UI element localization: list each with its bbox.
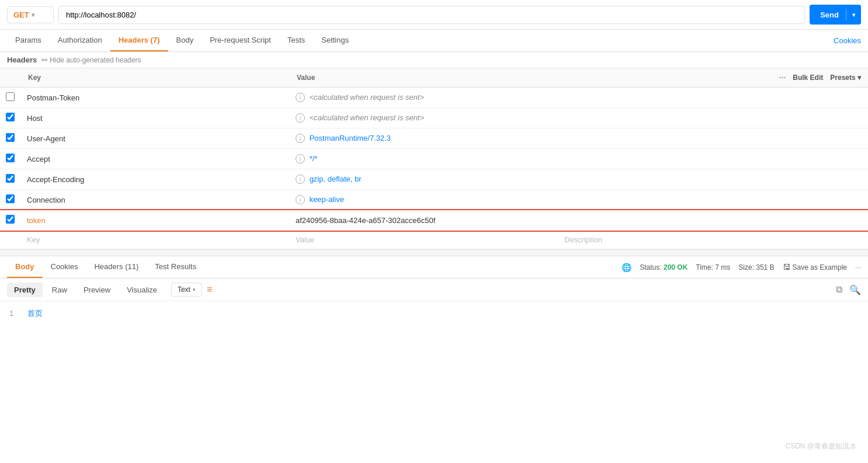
row-checkbox[interactable] (6, 154, 15, 162)
th-key: Key (21, 68, 290, 88)
resp-tab-body[interactable]: Body (7, 256, 43, 278)
row-checkbox[interactable] (6, 92, 15, 101)
row-checkbox[interactable] (6, 133, 15, 142)
table-row: Accept-Encoding i gzip, deflate, br (0, 169, 868, 190)
headers-section-label: Headers (7, 55, 37, 64)
save-icon: 🖫 (783, 263, 790, 271)
method-label: GET (13, 11, 29, 19)
row-value: */* (310, 154, 318, 163)
save-example-label: Save as Example (793, 263, 847, 271)
row-value: keep-alive (310, 195, 344, 204)
tab-pre-request[interactable]: Pre-request Script (202, 30, 279, 51)
fmt-tab-visualize[interactable]: Visualize (120, 283, 164, 297)
row-description (558, 108, 868, 128)
info-icon[interactable]: i (296, 175, 305, 184)
row-value: <calculated when request is sent> (310, 113, 425, 122)
resp-tab-test-results[interactable]: Test Results (147, 256, 204, 278)
link-icon: ⚯ (41, 56, 47, 64)
resp-tab-headers[interactable]: Headers (11) (86, 256, 147, 278)
more-options-icon[interactable]: ··· (855, 263, 861, 271)
format-bar: Pretty Raw Preview Visualize Text ▾ ≡ ⧉ … (0, 279, 868, 301)
method-chevron-icon: ▾ (32, 12, 34, 18)
row-checkbox[interactable] (6, 215, 15, 224)
info-icon[interactable]: i (296, 195, 305, 204)
info-icon[interactable]: i (296, 134, 305, 143)
row-key: Connection (27, 196, 65, 204)
token-row: token af240956-8baa-424e-a657-302acce6c5… (0, 210, 868, 231)
format-select[interactable]: Text ▾ (171, 283, 202, 297)
send-button[interactable]: Send ▾ (810, 5, 861, 25)
empty-value: Value (296, 235, 314, 244)
table-row: Postman-Token i <calculated when request… (0, 88, 868, 108)
send-chevron-icon[interactable]: ▾ (846, 12, 861, 18)
request-tabs: Params Authorization Headers (7) Body Pr… (0, 30, 868, 52)
hide-auto-headers-button[interactable]: ⚯ Hide auto-generated headers (41, 56, 141, 64)
table-row: Connection i keep-alive (0, 190, 868, 210)
format-chevron-icon: ▾ (193, 287, 196, 293)
table-row: Accept i */* (0, 149, 868, 169)
row-description (558, 149, 868, 169)
url-input[interactable] (58, 6, 805, 24)
empty-description: Description (564, 235, 602, 244)
row-key: User-Agent (27, 134, 65, 143)
row-description (558, 88, 868, 108)
row-description (558, 128, 868, 149)
headers-sub-row: Headers ⚯ Hide auto-generated headers (0, 52, 868, 68)
row-key: Postman-Token (27, 93, 79, 102)
headers-table: Key Value ··· Bulk Edit Presets ▾ Postma… (0, 68, 868, 249)
search-icon[interactable]: 🔍 (849, 284, 861, 295)
tab-headers[interactable]: Headers (7) (110, 30, 168, 51)
status-badge: Status: 200 OK (640, 263, 688, 271)
wrap-icon[interactable]: ≡ (204, 282, 214, 297)
fmt-tab-preview[interactable]: Preview (77, 283, 117, 297)
size-label: Size: 351 B (738, 263, 774, 271)
response-body: 1 首页 (0, 301, 868, 418)
info-icon[interactable]: i (296, 113, 305, 123)
row-key: Accept (27, 155, 50, 163)
row-value: PostmanRuntime/7.32.3 (310, 134, 391, 142)
tab-headers-label: Headers (119, 36, 148, 44)
status-ok: 200 OK (664, 263, 688, 271)
tab-body[interactable]: Body (168, 30, 202, 51)
more-options-icon[interactable]: ··· (779, 73, 786, 82)
response-status-bar: 🌐 Status: 200 OK Time: 7 ms Size: 351 B … (622, 258, 861, 277)
method-select[interactable]: GET ▾ (7, 6, 54, 23)
tab-settings[interactable]: Settings (313, 30, 357, 51)
row-checkbox[interactable] (6, 174, 15, 183)
empty-key: Key (27, 235, 40, 244)
url-bar: GET ▾ Send ▾ (0, 0, 868, 30)
send-label: Send (820, 11, 846, 19)
cookies-link[interactable]: Cookies (834, 30, 861, 51)
tab-tests[interactable]: Tests (279, 30, 313, 51)
globe-icon[interactable]: 🌐 (622, 263, 631, 272)
th-value: Value (290, 68, 558, 88)
section-divider (0, 249, 868, 256)
row-checkbox[interactable] (6, 194, 15, 203)
empty-row: Key Value Description (0, 231, 868, 249)
response-tabs: Body Cookies Headers (11) Test Results 🌐… (0, 256, 868, 279)
info-icon[interactable]: i (296, 93, 305, 102)
fmt-tab-pretty[interactable]: Pretty (7, 283, 43, 297)
fmt-tab-raw[interactable]: Raw (45, 283, 74, 297)
hide-auto-label: Hide auto-generated headers (50, 56, 141, 64)
row-value-token: af240956-8baa-424e-a657-302acce6c50f (296, 216, 435, 225)
copy-icon[interactable]: ⧉ (836, 284, 842, 295)
bulk-edit-button[interactable]: Bulk Edit (793, 74, 823, 82)
row-description (558, 169, 868, 190)
tab-headers-badge: (7) (148, 36, 160, 44)
th-check (0, 68, 21, 88)
row-description (558, 190, 868, 210)
time-label: Time: 7 ms (696, 263, 730, 271)
resp-tab-cookies[interactable]: Cookies (43, 256, 86, 278)
presets-button[interactable]: Presets ▾ (830, 74, 861, 82)
tab-params[interactable]: Params (7, 30, 50, 51)
tab-authorization[interactable]: Authorization (50, 30, 110, 51)
row-checkbox[interactable] (6, 113, 15, 121)
row-key: Host (27, 114, 43, 123)
row-description (558, 210, 868, 231)
th-description: ··· Bulk Edit Presets ▾ (558, 68, 868, 88)
row-value: <calculated when request is sent> (310, 93, 425, 102)
info-icon[interactable]: i (296, 154, 305, 163)
code-line-1: 首页 (27, 309, 43, 318)
save-as-example-button[interactable]: 🖫 Save as Example (783, 263, 847, 271)
